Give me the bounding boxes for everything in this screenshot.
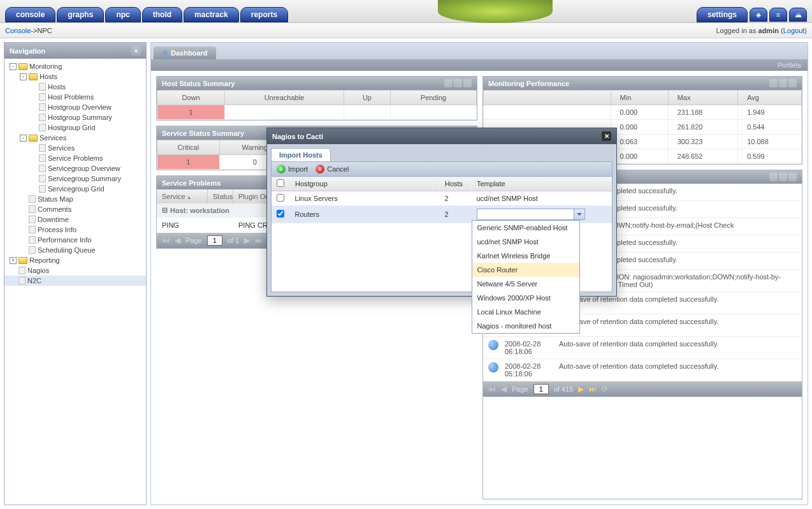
tree-comments[interactable]: Comments	[4, 204, 146, 214]
dialog-titlebar[interactable]: Nagios to Cacti ✕	[267, 128, 616, 144]
col-hosts[interactable]: Hosts	[440, 177, 472, 191]
tree-downtime[interactable]: Downtime	[4, 214, 146, 225]
template-input[interactable]	[477, 209, 574, 219]
dropdown-option[interactable]: Karlnet Wireless Bridge	[472, 249, 579, 263]
col-up[interactable]: Up	[344, 91, 390, 105]
tree-hostgroup-overview[interactable]: Hostgroup Overview	[4, 102, 146, 112]
grid-row[interactable]: Routers 2 Generic SNMP-enabled Hostucd/n…	[272, 206, 612, 223]
col-min[interactable]: Min	[611, 91, 668, 105]
nav-panel: Navigation « -Monitoring -Hosts Hosts Ho…	[4, 42, 147, 505]
tree-scheduling-queue[interactable]: Scheduling Queue	[4, 245, 146, 255]
tree-monitoring[interactable]: -Monitoring	[4, 61, 146, 71]
dropdown-option[interactable]: Nagios - monitored host	[472, 319, 579, 333]
settings-button[interactable]: settings	[697, 7, 748, 22]
pager-last-icon[interactable]: ⏭	[589, 385, 597, 394]
tree-service-problems[interactable]: Service Problems	[4, 153, 146, 163]
tree-hostgroup-summary[interactable]: Hostgroup Summary	[4, 112, 146, 122]
tab-mactrack[interactable]: mactrack	[184, 7, 239, 22]
tree-status-map[interactable]: Status Map	[4, 194, 146, 204]
cancel-button[interactable]: ×Cancel	[315, 165, 349, 173]
import-hosts-tab[interactable]: Import Hosts	[271, 148, 331, 161]
tree-reporting[interactable]: +Reporting	[4, 255, 146, 265]
close-icon[interactable]: ✕	[602, 131, 611, 141]
dropdown-option[interactable]: Cisco Router	[472, 263, 579, 277]
grid-row[interactable]: Linux Servers 2 ucd/net SNMP Host	[272, 191, 612, 206]
row-checkbox[interactable]	[277, 210, 284, 218]
tab-reports[interactable]: reports	[240, 7, 288, 22]
portlets-bar[interactable]: Portlets	[151, 59, 808, 71]
row-checkbox[interactable]	[277, 194, 284, 202]
collapse-nav-icon[interactable]: «	[131, 46, 141, 55]
log-message: Auto-save of retention data completed su…	[559, 318, 797, 333]
tree-hostgroup-grid[interactable]: Hostgroup Grid	[4, 122, 146, 133]
gear-icon[interactable]	[779, 173, 787, 181]
col-max[interactable]: Max	[668, 91, 738, 105]
sss-title: Service Status Summary	[162, 129, 244, 137]
list-icon[interactable]: ≡	[769, 8, 787, 22]
tree-process-info[interactable]: Process Info	[4, 225, 146, 235]
tree-hosts-folder[interactable]: -Hosts	[4, 71, 146, 82]
login-info: Logged in as admin (Logout)	[716, 27, 807, 34]
tree-servicegroup-overview[interactable]: Servicegroup Overview	[4, 163, 146, 173]
tree-servicegroup-grid[interactable]: Servicegroup Grid	[4, 184, 146, 194]
tree-services-folder[interactable]: -Services	[4, 133, 146, 143]
pager-prev-icon[interactable]: ◀	[175, 236, 180, 245]
tree-services[interactable]: Services	[4, 143, 146, 153]
pager-prev-icon[interactable]: ◀	[501, 385, 507, 394]
col-down[interactable]: Down	[157, 91, 225, 105]
tree-servicegroup-summary[interactable]: Servicegroup Summary	[4, 173, 146, 184]
col-avg[interactable]: Avg	[738, 91, 802, 105]
sp-col-status[interactable]: Status	[208, 189, 233, 203]
dashboard-tab[interactable]: Dashboard	[154, 47, 216, 59]
tree-nagios[interactable]: Nagios	[4, 265, 146, 276]
breadcrumb-console[interactable]: Console	[5, 27, 31, 34]
tree-host-problems[interactable]: Host Problems	[4, 92, 146, 102]
tab-graphs[interactable]: graphs	[57, 7, 104, 22]
template-dropdown: Generic SNMP-enabled Hostucd/net SNMP Ho…	[472, 220, 580, 334]
plus-icon: +	[277, 165, 286, 173]
pager-last-icon[interactable]: ⏭	[255, 236, 263, 245]
tree-performance-info[interactable]: Performance Info	[4, 235, 146, 245]
close-icon[interactable]	[788, 79, 797, 87]
log-row: 2008-02-28 05:18:06Auto-save of retentio…	[483, 359, 802, 381]
import-button[interactable]: +Import	[277, 165, 308, 173]
chevron-down-icon[interactable]	[574, 209, 584, 219]
close-icon[interactable]	[788, 173, 797, 181]
gear-icon[interactable]	[779, 79, 787, 87]
select-all-checkbox[interactable]	[277, 179, 284, 187]
pager-next-icon[interactable]: ▶	[578, 385, 584, 394]
preview-icon[interactable]: ⛰	[789, 8, 807, 22]
pager-page-input[interactable]	[533, 384, 549, 394]
refresh-icon[interactable]: ⟳	[602, 385, 608, 394]
tab-thold[interactable]: thold	[142, 7, 182, 22]
dropdown-option[interactable]: Generic SNMP-enabled Host	[472, 221, 579, 235]
col-hostgroup[interactable]: Hostgroup	[290, 177, 440, 191]
portlet-tool-icon[interactable]	[769, 173, 778, 181]
dropdown-option[interactable]: Windows 2000/XP Host	[472, 291, 579, 305]
tree-n2c[interactable]: N2C	[4, 276, 146, 286]
dropdown-option[interactable]: ucd/net SNMP Host	[472, 235, 579, 249]
col-unreachable[interactable]: Unreachable	[225, 91, 344, 105]
tree-hosts[interactable]: Hosts	[4, 82, 146, 92]
dropdown-option[interactable]: Netware 4/5 Server	[472, 277, 579, 291]
pager-first-icon[interactable]: ⏮	[162, 236, 170, 245]
portlet-tool-icon[interactable]	[769, 79, 778, 87]
tab-console[interactable]: console	[5, 7, 55, 22]
logout-link[interactable]: Logout	[783, 27, 805, 34]
tab-npc[interactable]: npc	[105, 7, 140, 22]
col-template[interactable]: Template	[472, 177, 612, 191]
portlet-tool-icon[interactable]	[444, 79, 453, 87]
col-pending[interactable]: Pending	[390, 91, 476, 105]
dropdown-option[interactable]: Local Linux Machine	[472, 305, 579, 319]
sp-col-service[interactable]: Service▲	[157, 189, 208, 203]
log-row: 2008-02-28 06:18:06Auto-save of retentio…	[483, 337, 802, 359]
pager-next-icon[interactable]: ▶	[244, 236, 250, 245]
gear-icon[interactable]	[454, 79, 462, 87]
main-tabs: console graphs npc thold mactrack report…	[5, 7, 288, 22]
template-combo[interactable]	[477, 209, 585, 220]
pager-first-icon[interactable]: ⏮	[488, 385, 496, 394]
col-critical[interactable]: Critical	[157, 140, 220, 155]
close-icon[interactable]	[463, 79, 472, 87]
tree-icon[interactable]: ♣	[750, 8, 767, 22]
pager-page-input[interactable]	[207, 235, 222, 246]
